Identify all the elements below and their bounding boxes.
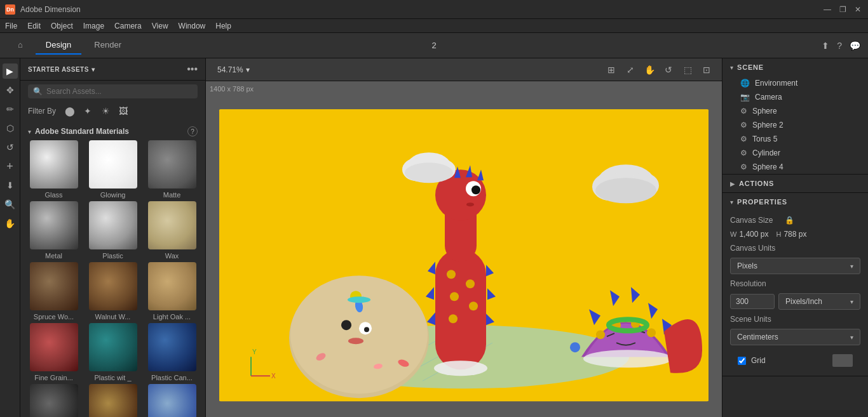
menu-edit[interactable]: Edit	[27, 22, 41, 30]
list-item[interactable]: Metal	[25, 201, 82, 260]
list-item[interactable]: Plastic Can...	[144, 323, 200, 381]
rotate-tool[interactable]: ↺	[3, 140, 18, 155]
add-tool[interactable]: +	[3, 159, 18, 174]
material-label: Plastic	[102, 252, 123, 260]
restore-button[interactable]: ❐	[837, 4, 848, 15]
grid-color-swatch[interactable]	[832, 354, 853, 367]
resolution-unit-dropdown[interactable]: Pixels/Inch ▾	[778, 293, 860, 310]
menu-window[interactable]: Window	[179, 22, 206, 30]
menu-image[interactable]: Image	[83, 22, 104, 30]
scene-item-cylinder[interactable]: ⚙ Cylinder	[722, 146, 868, 160]
assets-more-button[interactable]: •••	[187, 63, 198, 75]
width-label: W	[730, 230, 736, 238]
list-item[interactable]	[85, 384, 141, 417]
scene-section: ▾ SCENE 🌐 Environment 📷 Camera ⚙ Sphere …	[722, 58, 868, 175]
tab-render[interactable]: Render	[84, 36, 132, 55]
sphere4-label: Sphere 4	[752, 162, 783, 171]
list-item[interactable]	[25, 384, 82, 417]
menu-help[interactable]: Help	[215, 22, 231, 30]
materials-grid: Glass Glowing Matte Metal Plastic	[25, 140, 200, 417]
list-item[interactable]: Wax	[144, 201, 200, 260]
menu-file[interactable]: File	[5, 22, 17, 30]
svg-rect-21	[435, 249, 486, 369]
list-item[interactable]: Glowing	[85, 140, 141, 199]
scene-section-header[interactable]: ▾ SCENE	[722, 58, 868, 76]
hand-tool-icon[interactable]: ✋	[642, 62, 657, 77]
menu-object[interactable]: Object	[51, 22, 73, 30]
list-item[interactable]	[144, 384, 200, 417]
orbit-tool-icon[interactable]: ↺	[661, 62, 676, 77]
height-group: H 788 px	[776, 230, 806, 239]
material-thumb-matte	[148, 140, 196, 189]
list-item[interactable]: Fine Grain...	[25, 323, 82, 381]
share-icon[interactable]: ⬆	[822, 41, 829, 51]
list-item[interactable]: Glass	[25, 140, 82, 199]
search-tool[interactable]: 🔍	[3, 197, 18, 212]
list-item[interactable]: Light Oak ...	[144, 262, 200, 321]
list-item[interactable]: Plastic wit _	[85, 323, 141, 381]
list-item[interactable]: Matte	[144, 140, 200, 199]
list-item[interactable]: Walnut W...	[85, 262, 141, 321]
properties-section-header[interactable]: ▾ PROPERTIES	[722, 193, 868, 211]
sphere-icon: ⚙	[740, 107, 747, 116]
scene-units-label: Scene Units	[730, 315, 781, 324]
menu-camera[interactable]: Camera	[114, 22, 142, 30]
assets-header: STARTER ASSETS ▾ •••	[20, 58, 205, 81]
actions-section-header[interactable]: ▶ ACTIONS	[722, 175, 868, 192]
scene-item-sphere4[interactable]: ⚙ Sphere 4	[722, 160, 868, 174]
help-circle-icon[interactable]: ?	[837, 41, 842, 51]
overlay-icon[interactable]: ⊡	[699, 62, 714, 77]
scene-item-torus5[interactable]: ⚙ Torus 5	[722, 132, 868, 146]
resolution-value-input[interactable]	[730, 294, 775, 309]
svg-point-64	[595, 178, 656, 203]
light-filter-icon[interactable]: ✦	[81, 105, 94, 117]
sun-filter-icon[interactable]: ☀	[99, 105, 112, 117]
material-thumb-glowing	[89, 140, 137, 189]
transform-tool[interactable]: ✥	[3, 83, 18, 98]
frame-tool-icon[interactable]: ⬚	[680, 62, 695, 77]
scene-item-camera[interactable]: 📷 Camera	[722, 90, 868, 104]
list-item[interactable]: Plastic	[85, 201, 141, 260]
grid-checkbox[interactable]	[738, 357, 746, 365]
material-label: Light Oak ...	[153, 313, 191, 321]
select-tool[interactable]: ▶	[3, 63, 18, 79]
collaborate-icon[interactable]: 💬	[850, 41, 860, 51]
canvas-area: 54.71% ▾ ⊞ ⤢ ✋ ↺ ⬚ ⊡ 1400 x 788 px	[206, 58, 722, 417]
material-filter-icon[interactable]: ⬤	[64, 105, 76, 117]
section-help-icon[interactable]: ?	[187, 126, 198, 136]
lock-icon[interactable]: 🔒	[785, 216, 794, 225]
torus5-label: Torus 5	[752, 135, 777, 143]
scene-canvas: Y X	[219, 109, 709, 401]
section-header-adobe-materials[interactable]: ▾ Adobe Standard Materials ?	[25, 122, 200, 140]
download-tool[interactable]: ⬇	[3, 178, 18, 193]
starter-assets-button[interactable]: STARTER ASSETS ▾	[28, 66, 95, 73]
search-input[interactable]	[46, 87, 193, 96]
sphere-label: Sphere	[752, 107, 777, 116]
close-button[interactable]: ✕	[853, 4, 863, 15]
zoom-control[interactable]: 54.71% ▾	[214, 63, 254, 77]
image-filter-icon[interactable]: 🖼	[117, 105, 130, 117]
canvas-units-dropdown[interactable]: Pixels ▾	[730, 258, 860, 274]
scene-item-environment[interactable]: 🌐 Environment	[722, 76, 868, 90]
scene-units-dropdown[interactable]: Centimeters ▾	[730, 329, 860, 345]
pan-tool[interactable]: ✋	[3, 216, 18, 231]
search-icon: 🔍	[33, 87, 43, 96]
paint-tool[interactable]: ✏	[3, 102, 18, 117]
cylinder-icon: ⚙	[740, 149, 747, 157]
sphere2-icon: ⚙	[740, 121, 747, 129]
list-item[interactable]: Spruce Wo...	[25, 262, 82, 321]
actions-section: ▶ ACTIONS	[722, 175, 868, 193]
tab-design[interactable]: Design	[36, 36, 81, 55]
menu-view[interactable]: View	[152, 22, 168, 30]
viewport[interactable]: 1400 x 788 px	[206, 81, 722, 417]
transform-mode-icon[interactable]: ⤢	[623, 62, 638, 77]
material-label: Matte	[163, 191, 181, 199]
scene-item-sphere2[interactable]: ⚙ Sphere 2	[722, 118, 868, 132]
minimize-button[interactable]: —	[822, 4, 832, 15]
shape-tool[interactable]: ⬡	[3, 121, 18, 136]
scene-item-sphere[interactable]: ⚙ Sphere	[722, 104, 868, 118]
grid-view-icon[interactable]: ⊞	[604, 62, 619, 77]
tab-home[interactable]: ⌂	[8, 36, 33, 55]
svg-point-56	[583, 350, 672, 367]
titlebar: Dn Adobe Dimension — ❐ ✕	[0, 0, 868, 19]
